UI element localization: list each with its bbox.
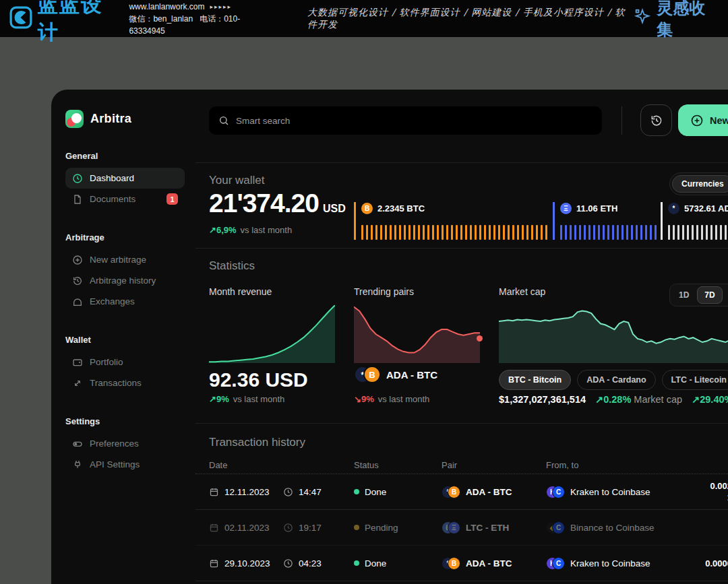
arch-icon xyxy=(72,296,83,307)
app-name: Arbitra xyxy=(90,112,131,126)
lanlan-logo-icon xyxy=(9,6,32,32)
sidebar-section-general: General xyxy=(65,151,185,161)
history-icon xyxy=(72,275,83,286)
wallet-total: 21'374.20USD xyxy=(209,189,346,218)
pill-btc-bitcoin[interactable]: BTC - Bitcoin xyxy=(499,370,571,390)
trending-pairs-chart xyxy=(354,305,480,363)
star-icon xyxy=(634,8,651,30)
table-row[interactable]: 12.11.2023 14:47 Done * B ADA - BTC K C xyxy=(195,474,728,510)
barcode-segment-eth: Ξ 11.06 ETH xyxy=(553,202,661,240)
wallet-barcode: B 2.2345 BTC Ξ 11.06 ETH * 5732.61 ADA xyxy=(354,202,728,240)
status-text: Done xyxy=(365,558,386,569)
collect-button[interactable]: 灵感收集 xyxy=(634,0,716,40)
statistics-section: Statistics Month revenue 92.36 USD ↗9% v… xyxy=(195,248,728,423)
btc-icon: B xyxy=(448,557,460,570)
sidebar-item-preferences[interactable]: Preferences xyxy=(65,433,185,454)
arbitra-logo-icon xyxy=(65,110,84,128)
status-dot xyxy=(354,489,359,494)
restore-history-icon xyxy=(650,114,663,127)
toggle-currencies[interactable]: Currencies xyxy=(672,175,728,193)
banner-services: 大数据可视化设计 / 软件界面设计 / 网站建设 / 手机及小程序设计 / 软件… xyxy=(307,7,634,31)
search-input[interactable] xyxy=(236,116,593,126)
sidebar-item-transactions[interactable]: Transactions xyxy=(65,372,185,393)
range-selector: 1D 7D 1M xyxy=(669,284,728,306)
sidebar-section-arbitrage: Arbitrage xyxy=(65,232,185,242)
table-row[interactable]: 02.11.2023 19:17 Pending Ł Ξ LTC - ETH ◆… xyxy=(195,510,728,546)
plug-icon xyxy=(72,459,83,470)
topbar-divider xyxy=(621,106,622,135)
wallet-currency: USD xyxy=(323,203,346,214)
status-dot xyxy=(354,525,359,530)
sidebar-item-exchanges[interactable]: Exchanges xyxy=(65,291,185,312)
banner-url: www.lanlanwork.com xyxy=(129,1,204,13)
barcode-segment-btc: B 2.2345 BTC xyxy=(354,202,553,240)
calendar-icon xyxy=(209,487,219,497)
sidebar-item-arbitrage-history[interactable]: Arbitrage history xyxy=(65,270,185,291)
eth-icon: Ξ xyxy=(560,203,572,214)
wallet-section: Your wallet Currencies E 21'374.20USD ↗6… xyxy=(195,162,728,248)
trending-pairs-delta: ↘9% vs last month xyxy=(354,394,429,404)
plus-circle-icon xyxy=(690,114,704,127)
market-cap-pairs: BTC - Bitcoin ADA - Cardano LTC - Liteco… xyxy=(499,370,728,390)
market-cap-label: Market cap xyxy=(499,286,545,297)
amount-cell: 0.0000 xyxy=(705,558,728,569)
range-1d[interactable]: 1D xyxy=(672,287,696,303)
clock-icon xyxy=(283,487,293,497)
chart-end-dot xyxy=(477,335,483,342)
document-icon xyxy=(72,194,83,205)
status-text: Pending xyxy=(365,523,398,533)
transaction-history-section: Transaction history Date Status Pair Fro… xyxy=(195,423,728,584)
coinbase-icon: C xyxy=(552,486,565,498)
barcode-segment-ada: * 5732.61 ADA xyxy=(661,202,728,240)
transaction-history-title: Transaction history xyxy=(209,436,305,449)
pill-ada-cardano[interactable]: ADA - Cardano xyxy=(577,370,655,390)
promo-banner: 蓝蓝设计 www.lanlanwork.com ▸▸▸▸▸ 微信：ben_lan… xyxy=(0,0,728,37)
topbar: New a xyxy=(195,90,728,162)
wallet-delta: ↗6,9% vs last month xyxy=(209,225,292,235)
status-text: Done xyxy=(365,487,386,497)
market-cap-chart xyxy=(499,305,728,363)
coinbase-icon: C xyxy=(552,557,565,570)
sidebar-item-documents[interactable]: Documents 1 xyxy=(65,189,185,209)
trending-pair: * B ADA - BTC xyxy=(354,366,437,383)
lanlan-logo-text: 蓝蓝设计 xyxy=(38,0,117,46)
transfer-arrows-icon xyxy=(72,378,83,389)
clock-icon xyxy=(283,558,293,569)
lanlan-logo: 蓝蓝设计 xyxy=(9,0,117,46)
range-7d[interactable]: 7D xyxy=(697,286,722,304)
market-cap-value: $1,327,027,361,514 xyxy=(499,394,586,405)
new-arbitrage-button[interactable]: New a xyxy=(678,104,728,136)
banner-contact: www.lanlanwork.com ▸▸▸▸▸ 微信：ben_lanlan 电… xyxy=(129,1,267,37)
banner-arrows: ▸▸▸▸▸ xyxy=(210,1,232,13)
dashboard-clock-icon xyxy=(72,173,83,184)
btc-icon: B xyxy=(448,486,460,498)
documents-badge: 1 xyxy=(166,193,178,205)
month-revenue-delta: ↗9% vs last month xyxy=(209,394,284,404)
sidebar: Arbitra General Dashboard Documents 1 Ar… xyxy=(51,90,195,584)
market-cap-stats: $1,327,027,361,514 ↗0.28% Market cap ↗29… xyxy=(499,394,728,405)
plus-circle-icon xyxy=(72,255,83,265)
table-header: Date Status Pair From, to xyxy=(195,456,728,474)
table-row[interactable]: 29.10.2023 04:23 Done * B ADA - BTC K C xyxy=(195,546,728,581)
banner-wechat: 微信：ben_lanlan xyxy=(129,14,193,24)
history-button[interactable] xyxy=(640,104,672,136)
sidebar-item-new-arbitrage[interactable]: New arbitrage xyxy=(65,249,185,270)
sidebar-item-api-settings[interactable]: API Settings xyxy=(65,454,185,475)
month-revenue-value: 92.36 USD xyxy=(209,368,308,391)
sidebar-item-dashboard[interactable]: Dashboard xyxy=(65,168,185,189)
range-1m[interactable]: 1M xyxy=(724,287,728,303)
search-icon xyxy=(218,115,229,126)
app-window: Arbitra General Dashboard Documents 1 Ar… xyxy=(51,90,728,584)
main-content: New a Your wallet Currencies E 21'374.20… xyxy=(195,90,728,584)
month-revenue-chart xyxy=(209,305,335,363)
calendar-icon xyxy=(209,558,219,569)
wallet-icon xyxy=(72,357,83,368)
pill-ltc-litecoin[interactable]: LTC - Litecoin xyxy=(662,370,728,390)
search-bar[interactable] xyxy=(209,106,602,135)
status-dot xyxy=(354,560,359,566)
clock-icon xyxy=(283,523,293,533)
sidebar-item-portfolio[interactable]: Portfolio xyxy=(65,352,185,372)
eth-icon: Ξ xyxy=(448,521,460,534)
sidebar-section-wallet: Wallet xyxy=(65,335,185,345)
app-brand: Arbitra xyxy=(65,110,185,128)
